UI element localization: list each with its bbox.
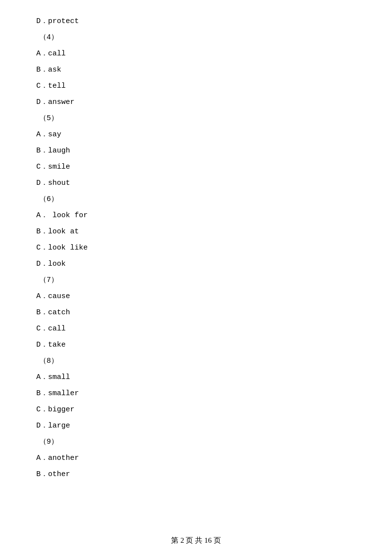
line-b-catch: B．catch [36, 306, 358, 319]
line-c-smile: C．smile [36, 160, 358, 174]
line-num-8: （8） [39, 354, 358, 368]
line-a-call: A．call [36, 47, 358, 60]
line-c-bigger: C．bigger [36, 403, 358, 416]
line-c-tell: C．tell [36, 79, 358, 93]
line-num-9: （9） [39, 435, 358, 449]
line-a-small: A．small [36, 371, 358, 384]
line-c-call: C．call [36, 322, 358, 335]
line-a-cause: A．cause [36, 290, 358, 303]
line-d-take: D．take [36, 338, 358, 352]
line-c-look-like: C．look like [36, 241, 358, 254]
line-b-look-at: B．look at [36, 225, 358, 238]
line-a-look-for: A． look for [36, 209, 358, 222]
line-a-say: A．say [36, 128, 358, 141]
line-b-smaller: B．smaller [36, 387, 358, 400]
line-b-laugh: B．laugh [36, 144, 358, 157]
line-d-answer: D．answer [36, 96, 358, 109]
line-num-7: （7） [39, 274, 358, 287]
line-d-protect: D．protect [36, 15, 358, 28]
line-num-4: （4） [39, 31, 358, 44]
line-d-large: D．large [36, 419, 358, 432]
footer-text: 第 2 页 共 16 页 [171, 536, 220, 544]
line-d-look: D．look [36, 257, 358, 271]
line-b-other: B．other [36, 468, 358, 481]
line-d-shout: D．shout [36, 177, 358, 190]
line-a-another: A．another [36, 452, 358, 465]
line-num-6: （6） [39, 193, 358, 206]
line-b-ask: B．ask [36, 63, 358, 76]
page-footer: 第 2 页 共 16 页 [0, 536, 392, 545]
line-num-5: （5） [39, 112, 358, 125]
page-content: D．protect （4） A．call B．ask C．tell D．answ… [0, 0, 392, 513]
